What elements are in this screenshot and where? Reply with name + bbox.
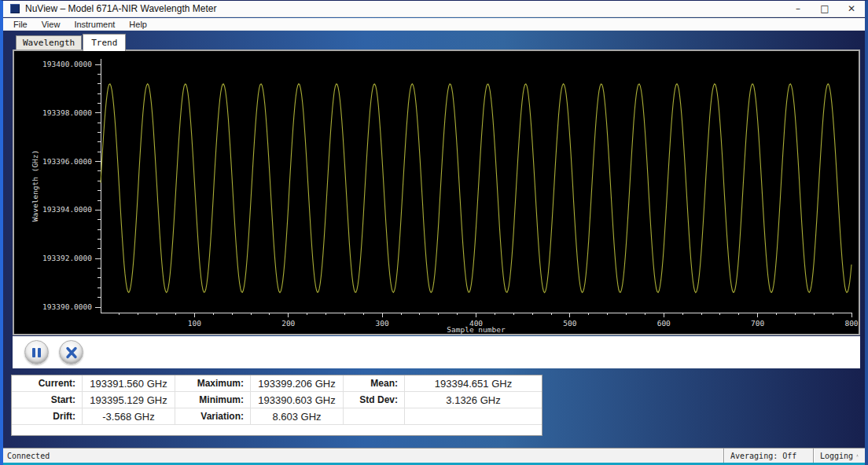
- pause-button[interactable]: [24, 340, 49, 364]
- svg-text:100: 100: [188, 319, 201, 328]
- stat-value-start: 193395.129 GHz: [83, 392, 175, 408]
- stat-label-start: Start:: [12, 392, 83, 408]
- statistics-panel: Current: 193391.560 GHz Maximum: 193399.…: [11, 375, 542, 436]
- stat-value-current: 193391.560 GHz: [83, 375, 175, 392]
- logging-download-icon: [856, 450, 859, 461]
- svg-text:193390.0000: 193390.0000: [42, 302, 92, 311]
- svg-text:200: 200: [281, 319, 295, 328]
- connection-status: Connected: [3, 452, 723, 460]
- window-title: NuView – Model 671A-NIR Wavelength Meter: [25, 3, 216, 14]
- trend-chart-panel: 193390.0000193392.0000193394.0000193396.…: [13, 49, 860, 335]
- content-area: Wavelength Trend 193390.0000193392.00001…: [3, 31, 865, 449]
- statistics-table: Current: 193391.560 GHz Maximum: 193399.…: [12, 375, 542, 425]
- svg-text:Sample number: Sample number: [447, 325, 506, 334]
- menu-instrument[interactable]: Instrument: [67, 20, 122, 29]
- stat-label-empty: [344, 408, 405, 425]
- svg-text:193398.0000: 193398.0000: [42, 108, 92, 117]
- stat-value-drift: -3.568 GHz: [83, 408, 175, 425]
- stat-value-maximum: 193399.206 GHz: [251, 375, 344, 392]
- logging-label: Logging: [820, 452, 853, 460]
- averaging-status: Averaging: Off: [723, 449, 813, 463]
- tab-trend[interactable]: Trend: [83, 34, 126, 51]
- stat-label-maximum: Maximum:: [175, 375, 251, 392]
- maximize-icon[interactable]: □: [811, 1, 838, 16]
- stat-label-drift: Drift:: [12, 408, 83, 425]
- stat-label-mean: Mean:: [344, 375, 405, 392]
- svg-text:193394.0000: 193394.0000: [42, 205, 92, 214]
- svg-text:Wavelength (GHz): Wavelength (GHz): [31, 150, 39, 222]
- stat-label-variation: Variation:: [175, 408, 251, 425]
- svg-text:500: 500: [563, 319, 576, 328]
- status-bar: Connected Averaging: Off Logging: [3, 448, 865, 463]
- stat-value-variation: 8.603 GHz: [251, 408, 344, 425]
- svg-text:800: 800: [844, 319, 858, 328]
- close-icon[interactable]: ✕: [838, 1, 865, 16]
- stat-value-minimum: 193390.603 GHz: [251, 392, 344, 408]
- menu-file[interactable]: File: [6, 20, 35, 29]
- menu-bar: File View Instrument Help: [3, 18, 865, 31]
- stop-button[interactable]: [59, 340, 83, 364]
- svg-text:193396.0000: 193396.0000: [42, 157, 92, 166]
- window-controls: – □ ✕: [785, 1, 865, 16]
- app-icon: [10, 4, 20, 13]
- svg-text:600: 600: [657, 319, 671, 328]
- menu-help[interactable]: Help: [122, 20, 154, 29]
- pause-icon: [32, 348, 41, 357]
- transport-controls: [13, 336, 860, 368]
- svg-text:700: 700: [751, 319, 764, 328]
- svg-text:193392.0000: 193392.0000: [42, 254, 92, 262]
- menu-view[interactable]: View: [35, 20, 68, 29]
- stat-label-stddev: Std Dev:: [344, 392, 405, 408]
- app-window: NuView – Model 671A-NIR Wavelength Meter…: [0, 0, 868, 465]
- title-bar: NuView – Model 671A-NIR Wavelength Meter…: [3, 1, 865, 17]
- stat-value-empty: [405, 408, 542, 425]
- x-icon: [65, 346, 78, 359]
- tab-wavelength[interactable]: Wavelength: [16, 35, 82, 49]
- stat-value-stddev: 3.1326 GHz: [405, 392, 542, 408]
- tab-strip: Wavelength Trend: [16, 31, 127, 49]
- stat-label-minimum: Minimum:: [175, 392, 251, 408]
- stat-label-current: Current:: [12, 375, 83, 392]
- stat-value-mean: 193394.651 GHz: [405, 375, 542, 392]
- logging-button[interactable]: Logging: [813, 449, 865, 463]
- svg-text:300: 300: [376, 319, 389, 328]
- minimize-icon[interactable]: –: [785, 1, 811, 16]
- svg-text:193400.0000: 193400.0000: [42, 60, 92, 68]
- trend-chart: 193390.0000193392.0000193394.0000193396.…: [14, 51, 859, 334]
